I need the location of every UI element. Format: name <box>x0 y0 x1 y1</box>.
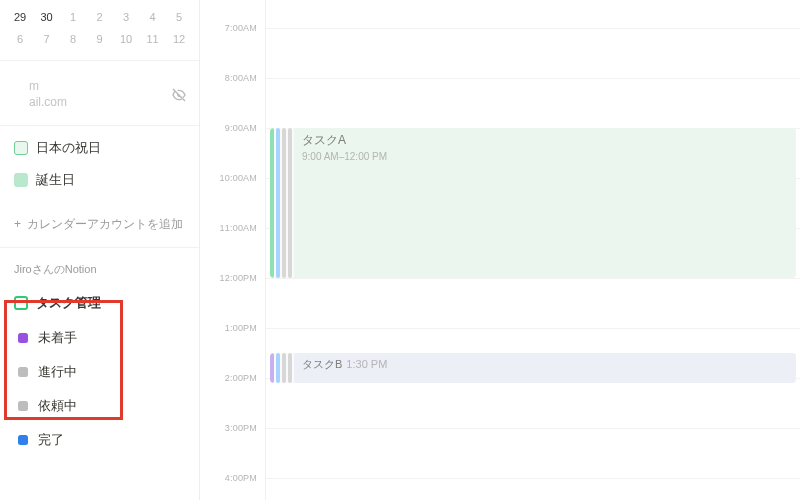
hour-label: 10:00AM <box>220 173 257 183</box>
grid-line <box>266 28 800 29</box>
account-line-2: ail.com <box>29 95 67 109</box>
mini-cal-day[interactable]: 30 <box>35 6 59 28</box>
notion-section: JiroさんのNotion タスク管理 未着手進行中依頼中完了 <box>0 248 199 457</box>
notion-header: JiroさんのNotion <box>0 262 199 287</box>
hour-label: 3:00PM <box>225 423 257 433</box>
mini-cal-day[interactable]: 8 <box>61 28 85 50</box>
sidebar: 2930123456789101112 m ail.com 日本の祝日誕生日 +… <box>0 0 200 500</box>
status-item[interactable]: 進行中 <box>0 355 199 389</box>
status-item[interactable]: 未着手 <box>0 321 199 355</box>
calendar-color-icon <box>14 296 28 310</box>
grid-line <box>266 278 800 279</box>
hour-label: 2:00PM <box>225 373 257 383</box>
calendar-item[interactable]: 誕生日 <box>0 164 199 196</box>
status-item-label: 完了 <box>38 431 64 449</box>
notion-calendar-tasks[interactable]: タスク管理 <box>0 287 199 319</box>
mini-cal-day[interactable]: 9 <box>88 28 112 50</box>
calendar-color-icon <box>14 173 28 187</box>
status-color-icon <box>18 333 28 343</box>
mini-calendar[interactable]: 2930123456789101112 <box>0 0 199 61</box>
event-title: タスクA <box>302 133 346 147</box>
mini-cal-day[interactable]: 11 <box>141 28 165 50</box>
status-color-icon <box>18 435 28 445</box>
external-calendars: 日本の祝日誕生日 <box>0 126 199 202</box>
event-title: タスクB <box>302 358 342 370</box>
add-calendar-account[interactable]: +カレンダーアカウントを追加 <box>0 202 199 248</box>
grid-line <box>266 478 800 479</box>
calendar-color-icon <box>14 141 28 155</box>
calendar-item-label: 日本の祝日 <box>36 139 101 157</box>
hour-label: 4:00PM <box>225 473 257 483</box>
status-item-label: 進行中 <box>38 363 77 381</box>
hour-label: 7:00AM <box>225 23 257 33</box>
mini-cal-day[interactable]: 29 <box>8 6 32 28</box>
mini-cal-day[interactable]: 6 <box>8 28 32 50</box>
account-line-1: m <box>29 79 39 93</box>
day-timeline[interactable]: 7:00AM8:00AM9:00AM10:00AM11:00AM12:00PM1… <box>200 0 800 500</box>
account-block: m ail.com <box>0 61 199 126</box>
mini-cal-day[interactable]: 2 <box>88 6 112 28</box>
event-time: 9:00 AM–12:00 PM <box>302 151 387 162</box>
grid-line <box>266 428 800 429</box>
hour-label: 8:00AM <box>225 73 257 83</box>
time-gutter: 7:00AM8:00AM9:00AM10:00AM11:00AM12:00PM1… <box>200 0 266 500</box>
calendar-item-label: 誕生日 <box>36 171 75 189</box>
visibility-off-icon[interactable] <box>171 87 187 103</box>
mini-cal-day[interactable]: 3 <box>114 6 138 28</box>
status-color-icon <box>18 367 28 377</box>
hour-label: 12:00PM <box>220 273 257 283</box>
plus-icon: + <box>14 217 21 231</box>
mini-cal-day[interactable]: 12 <box>167 28 191 50</box>
event-time: 1:30 PM <box>346 358 387 370</box>
hour-label: 11:00AM <box>220 223 257 233</box>
hour-label: 9:00AM <box>225 123 257 133</box>
mini-cal-day[interactable]: 4 <box>141 6 165 28</box>
calendar-event[interactable]: タスクB1:30 PM <box>270 353 796 383</box>
timeline-grid: タスクA9:00 AM–12:00 PMタスクB1:30 PM <box>266 0 800 500</box>
status-item-label: 依頼中 <box>38 397 77 415</box>
status-item[interactable]: 依頼中 <box>0 389 199 423</box>
mini-cal-day[interactable]: 10 <box>114 28 138 50</box>
event-status-stripes <box>270 128 294 278</box>
grid-line <box>266 78 800 79</box>
mini-cal-day[interactable]: 7 <box>35 28 59 50</box>
hour-label: 1:00PM <box>225 323 257 333</box>
calendar-item[interactable]: 日本の祝日 <box>0 132 199 164</box>
status-color-icon <box>18 401 28 411</box>
event-status-stripes <box>270 353 294 383</box>
status-item[interactable]: 完了 <box>0 423 199 457</box>
mini-cal-day[interactable]: 1 <box>61 6 85 28</box>
mini-cal-day[interactable]: 5 <box>167 6 191 28</box>
status-item-label: 未着手 <box>38 329 77 347</box>
grid-line <box>266 328 800 329</box>
status-list: 未着手進行中依頼中完了 <box>0 319 199 457</box>
calendar-event[interactable]: タスクA9:00 AM–12:00 PM <box>270 128 796 278</box>
